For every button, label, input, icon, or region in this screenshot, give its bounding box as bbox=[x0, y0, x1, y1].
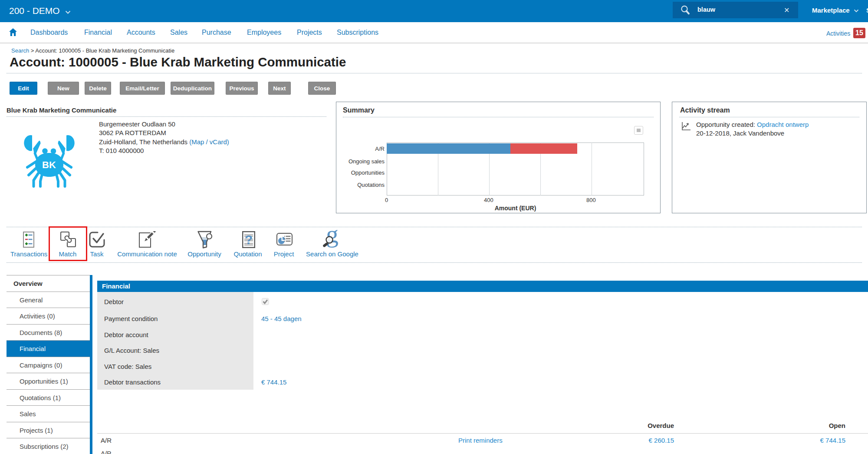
svg-text:?: ? bbox=[245, 232, 253, 247]
svg-text:BK: BK bbox=[42, 159, 56, 170]
